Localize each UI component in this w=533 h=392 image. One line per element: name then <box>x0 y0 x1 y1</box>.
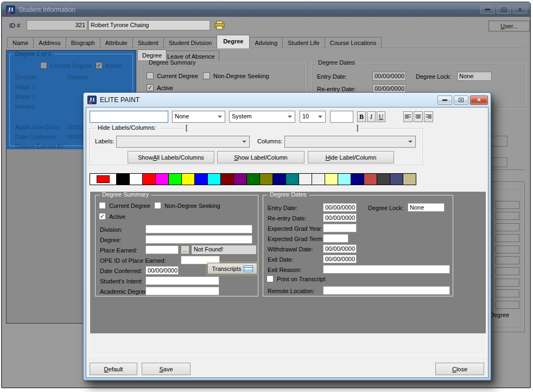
main-title-bar: J1 Student Information × <box>2 2 530 17</box>
background-field <box>496 245 519 254</box>
entry-date-input[interactable]: 00/00/0000 <box>372 72 406 81</box>
align-right-button[interactable] <box>424 111 433 122</box>
close-button-dialog[interactable]: Close <box>435 363 484 375</box>
palette-swatch[interactable] <box>285 173 299 185</box>
main-degree-dates-title: Degree Dates <box>316 59 357 66</box>
palette-swatch[interactable] <box>116 173 130 185</box>
transcripts-button[interactable]: Transcripts <box>207 263 257 274</box>
hide-label-column-button[interactable]: Hide Label/Column <box>308 151 394 163</box>
style-dropdown[interactable]: None <box>172 111 225 123</box>
preview-place-earned-input[interactable] <box>145 245 179 254</box>
dialog-logo-icon: J1 <box>87 96 97 104</box>
tab-student-division[interactable]: Student Division <box>163 37 218 48</box>
font-dropdown[interactable]: System <box>229 111 295 123</box>
palette-swatch[interactable] <box>142 173 156 185</box>
italic-button[interactable]: I <box>367 111 376 122</box>
palette-swatch[interactable] <box>338 173 351 185</box>
dialog-minimize-button[interactable] <box>437 96 452 105</box>
palette-swatch[interactable] <box>390 173 403 185</box>
preview-expected-grad-term-input[interactable] <box>323 234 348 243</box>
tab-course-locations[interactable]: Course Locations <box>325 37 382 48</box>
preview-exit-date-input[interactable]: 00/00/0000 <box>323 255 357 263</box>
palette-swatch[interactable] <box>299 173 312 185</box>
tab-student-life[interactable]: Student Life <box>282 37 325 48</box>
palette-swatch[interactable] <box>259 173 273 185</box>
palette-swatch[interactable] <box>220 173 234 185</box>
tab-advising[interactable]: Advising <box>249 37 283 48</box>
palette-swatch[interactable] <box>351 173 364 185</box>
palette-swatch[interactable] <box>325 173 338 185</box>
preview-expected-grad-year-input[interactable] <box>323 224 357 232</box>
preview-active-checkbox[interactable]: ✓ <box>99 213 106 220</box>
close-button[interactable]: × <box>513 5 527 14</box>
palette-swatch[interactable] <box>272 173 286 185</box>
save-button[interactable]: Save <box>142 363 191 375</box>
underline-button[interactable]: U <box>377 111 385 122</box>
preview-current-degree-label: Current Degree <box>109 203 150 210</box>
place-earned-browse-button[interactable]: ... <box>181 245 189 254</box>
tab-biograph[interactable]: Biograph <box>66 37 100 48</box>
preview-date-conferred-input[interactable]: 00/00/0000 <box>145 266 179 275</box>
active-checkbox[interactable]: ✓ <box>96 62 103 69</box>
bold-button[interactable]: B <box>357 111 366 122</box>
minimize-button[interactable] <box>480 5 494 14</box>
color-preview-box[interactable] <box>330 111 353 123</box>
palette-swatch[interactable] <box>312 173 325 185</box>
show-label-column-button[interactable]: Show Label/Column <box>217 151 304 163</box>
dialog-close-button[interactable]: × <box>470 96 488 105</box>
id-input[interactable]: 321 <box>27 20 87 30</box>
dialog-maximize-button[interactable] <box>454 96 468 105</box>
preview-active-label: Active <box>109 213 125 220</box>
subtab-degree[interactable]: Degree <box>137 49 167 60</box>
main-non-degree-checkbox[interactable] <box>203 72 210 79</box>
main-active-checkbox[interactable]: ✓ <box>147 84 154 91</box>
student-name-input[interactable]: Robert Tyrone Chaing <box>88 20 210 30</box>
tab-student[interactable]: Student <box>132 37 164 48</box>
palette-swatch[interactable] <box>194 173 208 185</box>
tab-name[interactable]: Name <box>7 37 34 48</box>
palette-swatch[interactable] <box>155 173 169 185</box>
preview-exit-reason-input[interactable] <box>323 265 450 274</box>
selected-color-swatch[interactable] <box>90 173 117 185</box>
preview-non-degree-checkbox[interactable] <box>154 202 161 209</box>
show-all-labels-columns-button[interactable]: Show All Labels/Columns <box>128 151 214 163</box>
palette-swatch[interactable] <box>181 173 195 185</box>
preview-students-intent-input[interactable] <box>145 276 219 285</box>
align-center-button[interactable] <box>414 111 423 122</box>
preview-entry-date-label: Entry Date: <box>268 205 297 212</box>
preview-degree-lock-input[interactable]: None <box>408 203 445 212</box>
palette-swatch[interactable] <box>207 173 221 185</box>
degree-lock-input[interactable]: None <box>457 72 492 81</box>
current-degree-checkbox[interactable] <box>40 62 47 69</box>
palette-swatch[interactable] <box>364 173 377 185</box>
main-current-degree-checkbox[interactable] <box>147 72 154 79</box>
preview-print-on-transcript-checkbox[interactable] <box>266 275 274 282</box>
align-left-button[interactable] <box>403 111 413 122</box>
paint-text-input[interactable] <box>90 111 168 123</box>
palette-swatch[interactable] <box>129 173 143 185</box>
default-button[interactable]: Default <box>90 363 137 375</box>
preview-withdrawal-date-input[interactable]: 00/00/0000 <box>323 244 357 253</box>
font-size-dropdown[interactable]: 10 <box>300 111 326 123</box>
tab-address[interactable]: Address <box>33 37 66 48</box>
user-button[interactable]: User... <box>488 21 530 31</box>
tab-attribute[interactable]: Attribute <box>100 37 133 48</box>
palette-swatch[interactable] <box>377 173 390 185</box>
palette-swatch[interactable] <box>233 173 247 185</box>
preview-entry-date-input[interactable]: 00/00/0000 <box>323 203 357 212</box>
preview-current-degree-checkbox[interactable] <box>99 202 106 209</box>
maximize-button[interactable] <box>497 5 511 14</box>
preview-academic-degree-input[interactable] <box>145 287 219 295</box>
preview-degree-input[interactable] <box>145 235 252 244</box>
columns-dropdown[interactable] <box>284 136 416 148</box>
palette-swatch[interactable] <box>246 173 260 185</box>
preview-division-input[interactable] <box>145 225 252 233</box>
columns-label: Columns: <box>257 138 282 145</box>
palette-swatch[interactable] <box>168 173 182 185</box>
preview-reentry-date-input[interactable]: 00/00/0000 <box>323 213 357 222</box>
labels-dropdown[interactable] <box>116 136 250 148</box>
preview-remote-location-input[interactable] <box>323 286 450 295</box>
print-icon[interactable] <box>214 21 225 32</box>
tab-degree[interactable]: Degree <box>217 35 250 48</box>
palette-swatch[interactable] <box>403 173 416 185</box>
